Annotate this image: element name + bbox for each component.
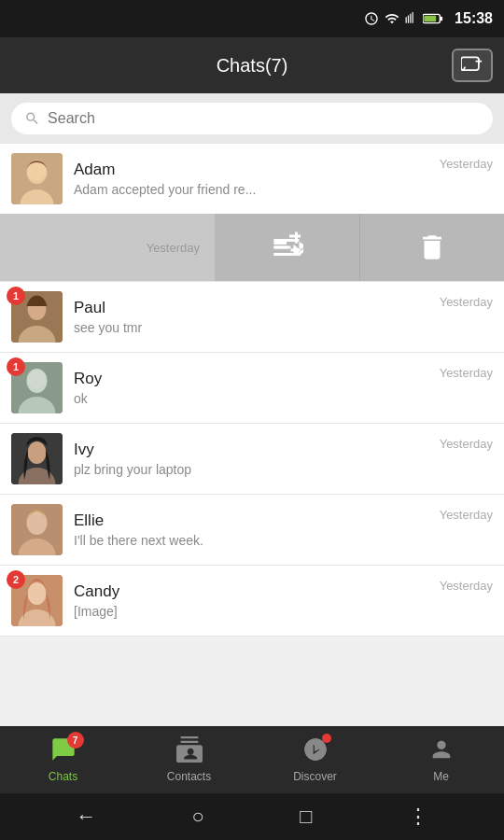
- chat-content-paul: Paul see you tmr: [74, 299, 440, 335]
- chat-item-roy[interactable]: 1 Roy ok Yesterday: [0, 353, 504, 424]
- chat-content-adam: Adam Adam accepted your friend re...: [74, 161, 440, 197]
- chat-name-roy: Roy: [74, 370, 440, 388]
- nav-item-chats[interactable]: 7 Chats: [0, 729, 126, 791]
- recents-button[interactable]: □: [300, 805, 312, 829]
- chat-time-adam: Yesterday: [440, 157, 493, 171]
- chat-item-candy[interactable]: 2 Candy [Image] Yesterday: [0, 566, 504, 637]
- svg-point-18: [29, 371, 46, 389]
- chat-item-adam[interactable]: Adam Adam accepted your friend re... Yes…: [0, 144, 504, 214]
- nav-icon-wrap-chats: 7: [50, 736, 77, 766]
- chat-content-ivy: Ivy plz bring your laptop: [74, 441, 440, 477]
- chat-time-candy: Yesterday: [440, 579, 493, 593]
- nav-icon-wrap-discover: [302, 736, 329, 766]
- alarm-icon: [364, 11, 379, 26]
- menu-button[interactable]: ⋮: [408, 805, 428, 829]
- nav-badge-discover: [322, 734, 331, 743]
- chat-preview-paul: see you tmr: [74, 320, 440, 335]
- chat-name-paul: Paul: [74, 299, 440, 317]
- chat-item-paul[interactable]: 1 Paul see you tmr Yesterday: [0, 282, 504, 353]
- chat-preview-adam: Adam accepted your friend re...: [74, 182, 440, 197]
- badge-paul: 1: [7, 287, 25, 305]
- chat-content-roy: Roy ok: [74, 370, 440, 406]
- new-chat-icon: [461, 56, 483, 75]
- back-button[interactable]: ←: [76, 805, 96, 829]
- nav-badge-chats: 7: [67, 732, 84, 749]
- chat-list: Adam Adam accepted your friend re... Yes…: [0, 144, 504, 637]
- avatar-wrap-ellie: [11, 504, 63, 555]
- mark-read-button[interactable]: [215, 214, 360, 281]
- nav-label-chats: Chats: [49, 770, 77, 783]
- chat-time-ivy: Yesterday: [440, 437, 493, 451]
- avatar-ellie: [11, 504, 63, 555]
- chat-name-ellie: Ellie: [74, 511, 440, 530]
- delete-button[interactable]: [360, 214, 505, 281]
- top-bar: Chats(7): [0, 37, 504, 93]
- wifi-icon: [384, 11, 400, 26]
- chat-content-ellie: Ellie I'll be there next week.: [74, 511, 440, 548]
- nav-item-contacts[interactable]: Contacts: [126, 729, 252, 791]
- home-button[interactable]: ○: [192, 805, 204, 829]
- avatar-wrap-paul: 1: [11, 291, 63, 343]
- badge-roy: 1: [7, 357, 25, 376]
- nav-label-contacts: Contacts: [167, 770, 211, 783]
- signal-icon: [405, 11, 418, 26]
- avatar-wrap-adam: [11, 153, 63, 204]
- search-icon: [24, 110, 40, 127]
- chat-name-adam: Adam: [74, 161, 440, 179]
- new-chat-button[interactable]: [452, 49, 493, 82]
- me-nav-icon: [428, 736, 455, 763]
- search-bar: [0, 93, 504, 144]
- nav-item-discover[interactable]: Discover: [252, 729, 378, 791]
- svg-point-24: [27, 511, 48, 535]
- status-time: 15:38: [455, 10, 493, 27]
- chat-content-candy: Candy [Image]: [74, 582, 440, 619]
- search-input[interactable]: [48, 110, 480, 127]
- nav-icon-wrap-me: [428, 736, 455, 766]
- bottom-nav: 7 Chats Contacts Discover: [0, 726, 504, 793]
- chat-name-ivy: Ivy: [74, 441, 440, 459]
- chat-preview-candy: [Image]: [74, 604, 440, 619]
- chat-preview-ivy: plz bring your laptop: [74, 462, 440, 477]
- chat-name-candy: Candy: [74, 582, 440, 601]
- swipe-actions-adam: Yesterday: [0, 214, 504, 282]
- chat-item-ellie[interactable]: Ellie I'll be there next week. Yesterday: [0, 495, 504, 566]
- chat-preview-roy: ok: [74, 391, 440, 406]
- status-bar: 15:38: [0, 0, 504, 37]
- system-nav: ← ○ □ ⋮: [0, 793, 504, 840]
- status-icons: [364, 11, 443, 26]
- chat-time-roy: Yesterday: [440, 366, 493, 380]
- battery-icon: [423, 12, 443, 25]
- avatar-wrap-candy: 2: [11, 575, 63, 626]
- avatar-ivy: [11, 433, 63, 484]
- nav-label-discover: Discover: [293, 770, 337, 783]
- top-bar-title: Chats(7): [217, 55, 288, 77]
- chat-time-ellie: Yesterday: [440, 508, 493, 522]
- chat-preview-ellie: I'll be there next week.: [74, 533, 440, 548]
- mark-read-icon: [270, 231, 303, 264]
- chat-item-ivy[interactable]: Ivy plz bring your laptop Yesterday: [0, 424, 504, 495]
- avatar-wrap-roy: 1: [11, 362, 63, 413]
- badge-candy: 2: [7, 570, 25, 589]
- nav-item-me[interactable]: Me: [378, 729, 504, 791]
- swipe-timestamp: Yesterday: [0, 214, 215, 281]
- nav-icon-wrap-contacts: [176, 736, 203, 766]
- svg-point-21: [28, 441, 47, 464]
- contacts-nav-icon: [176, 736, 203, 763]
- svg-rect-2: [441, 17, 442, 21]
- search-input-wrap[interactable]: [11, 103, 493, 134]
- avatar-adam: [11, 153, 63, 204]
- delete-icon: [416, 231, 448, 263]
- svg-rect-1: [424, 16, 436, 21]
- nav-label-me: Me: [433, 770, 449, 783]
- chat-time-paul: Yesterday: [440, 295, 493, 309]
- svg-point-27: [28, 582, 47, 605]
- avatar-wrap-ivy: [11, 433, 63, 484]
